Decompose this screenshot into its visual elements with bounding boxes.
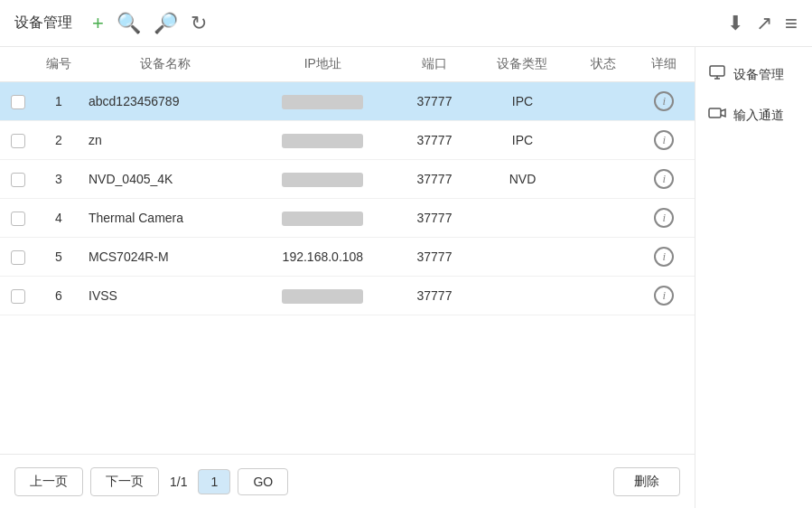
info-icon[interactable]: i bbox=[654, 130, 674, 150]
row-detail[interactable]: i bbox=[633, 238, 695, 277]
device-table: 编号 设备名称 IP地址 端口 设备类型 状态 详细 1abcd12345678… bbox=[0, 47, 695, 315]
refresh-icon[interactable]: ↻ bbox=[191, 14, 207, 33]
prev-page-button[interactable]: 上一页 bbox=[14, 467, 83, 496]
row-checkbox[interactable] bbox=[11, 289, 25, 304]
table-header-row: 编号 设备名称 IP地址 端口 设备类型 状态 详细 bbox=[0, 47, 695, 82]
row-port: 37777 bbox=[397, 199, 472, 238]
row-id: 1 bbox=[36, 82, 81, 121]
table-wrapper: 编号 设备名称 IP地址 端口 设备类型 状态 详细 1abcd12345678… bbox=[0, 47, 695, 454]
device-management-icon bbox=[708, 63, 726, 86]
info-icon[interactable]: i bbox=[654, 247, 674, 267]
row-port: 37777 bbox=[397, 160, 472, 199]
col-checkbox bbox=[0, 47, 36, 82]
row-id: 2 bbox=[36, 121, 81, 160]
row-id: 6 bbox=[36, 277, 81, 315]
row-type: IPC bbox=[472, 82, 573, 121]
row-id: 5 bbox=[36, 238, 81, 277]
delete-button[interactable]: 删除 bbox=[613, 467, 680, 496]
row-type bbox=[472, 199, 573, 238]
info-icon[interactable]: i bbox=[654, 286, 674, 306]
row-ip: 192.168.x.x bbox=[249, 199, 397, 238]
row-detail[interactable]: i bbox=[633, 199, 695, 238]
footer: 上一页 下一页 1/1 GO 删除 bbox=[0, 454, 695, 508]
row-type bbox=[472, 277, 573, 315]
table-row[interactable]: 1abcd123456789192.168.x.x37777IPCi bbox=[0, 82, 695, 121]
row-ip: 192.168.x.x bbox=[249, 82, 397, 121]
row-checkbox[interactable] bbox=[11, 95, 25, 109]
main-layout: 编号 设备名称 IP地址 端口 设备类型 状态 详细 1abcd12345678… bbox=[0, 47, 812, 508]
page-title: 设备管理 bbox=[14, 14, 72, 33]
info-icon[interactable]: i bbox=[654, 91, 674, 111]
menu-icon[interactable]: ≡ bbox=[785, 13, 798, 34]
row-port: 37777 bbox=[397, 121, 472, 160]
row-type: IPC bbox=[472, 121, 573, 160]
row-checkbox[interactable] bbox=[11, 173, 25, 187]
row-port: 37777 bbox=[397, 277, 472, 315]
row-id: 3 bbox=[36, 160, 81, 199]
table-row[interactable]: 6IVSS192.168.x.x37777i bbox=[0, 277, 695, 315]
row-status bbox=[573, 160, 634, 199]
col-name: 设备名称 bbox=[81, 47, 249, 82]
row-name: abcd123456789 bbox=[81, 82, 249, 121]
search-icon[interactable]: 🔍 bbox=[117, 14, 141, 33]
row-port: 37777 bbox=[397, 238, 472, 277]
table-area: 编号 设备名称 IP地址 端口 设备类型 状态 详细 1abcd12345678… bbox=[0, 47, 695, 508]
go-button[interactable]: GO bbox=[238, 468, 288, 495]
table-row[interactable]: 3NVD_0405_4K192.168.x.x37777NVDi bbox=[0, 160, 695, 199]
col-status: 状态 bbox=[573, 47, 634, 82]
row-ip: 192.168.x.x bbox=[249, 160, 397, 199]
sidebar: 设备管理 输入通道 bbox=[695, 47, 812, 508]
row-checkbox[interactable] bbox=[11, 134, 25, 148]
row-detail[interactable]: i bbox=[633, 121, 695, 160]
row-ip: 192.168.x.x bbox=[249, 121, 397, 160]
row-detail[interactable]: i bbox=[633, 277, 695, 315]
row-ip: 192.168.x.x bbox=[249, 277, 397, 315]
col-detail: 详细 bbox=[633, 47, 695, 82]
row-type bbox=[472, 238, 573, 277]
row-checkbox[interactable] bbox=[11, 212, 25, 226]
input-channel-icon bbox=[708, 104, 726, 127]
toolbar: 设备管理 + 🔍 🔎 ↻ ⬇ ↗ ≡ bbox=[0, 0, 812, 47]
row-status bbox=[573, 121, 634, 160]
share-icon[interactable]: ↗ bbox=[756, 14, 772, 33]
row-type: NVD bbox=[472, 160, 573, 199]
download-icon[interactable]: ⬇ bbox=[727, 14, 743, 33]
table-row[interactable]: 5MCS7024R-M192.168.0.10837777i bbox=[0, 238, 695, 277]
col-type: 设备类型 bbox=[472, 47, 573, 82]
col-port: 端口 bbox=[397, 47, 472, 82]
person-search-icon[interactable]: 🔎 bbox=[154, 14, 178, 33]
row-port: 37777 bbox=[397, 82, 472, 121]
next-page-button[interactable]: 下一页 bbox=[90, 467, 159, 496]
info-icon[interactable]: i bbox=[654, 208, 674, 228]
row-id: 4 bbox=[36, 199, 81, 238]
row-status bbox=[573, 277, 634, 315]
sidebar-item-device-management[interactable]: 设备管理 bbox=[695, 54, 812, 95]
row-status bbox=[573, 238, 634, 277]
row-status bbox=[573, 82, 634, 121]
row-name: MCS7024R-M bbox=[81, 238, 249, 277]
col-id: 编号 bbox=[36, 47, 81, 82]
page-info: 1/1 bbox=[170, 475, 187, 489]
sidebar-item-input-channel-label: 输入通道 bbox=[733, 108, 784, 124]
table-row[interactable]: 4Thermal Camera192.168.x.x37777i bbox=[0, 199, 695, 238]
row-ip: 192.168.0.108 bbox=[249, 238, 397, 277]
row-name: NVD_0405_4K bbox=[81, 160, 249, 199]
row-detail[interactable]: i bbox=[633, 82, 695, 121]
row-name: Thermal Camera bbox=[81, 199, 249, 238]
row-status bbox=[573, 199, 634, 238]
col-ip: IP地址 bbox=[249, 47, 397, 82]
svg-rect-3 bbox=[709, 108, 721, 118]
svg-rect-0 bbox=[710, 66, 724, 76]
add-device-icon[interactable]: + bbox=[92, 14, 104, 33]
row-name: zn bbox=[81, 121, 249, 160]
table-row[interactable]: 2zn192.168.x.x37777IPCi bbox=[0, 121, 695, 160]
sidebar-item-input-channel[interactable]: 输入通道 bbox=[695, 95, 812, 136]
row-checkbox[interactable] bbox=[11, 250, 25, 265]
info-icon[interactable]: i bbox=[654, 169, 674, 189]
row-detail[interactable]: i bbox=[633, 160, 695, 199]
sidebar-item-device-management-label: 设备管理 bbox=[733, 67, 784, 83]
row-name: IVSS bbox=[81, 277, 249, 315]
page-input[interactable] bbox=[198, 469, 230, 494]
